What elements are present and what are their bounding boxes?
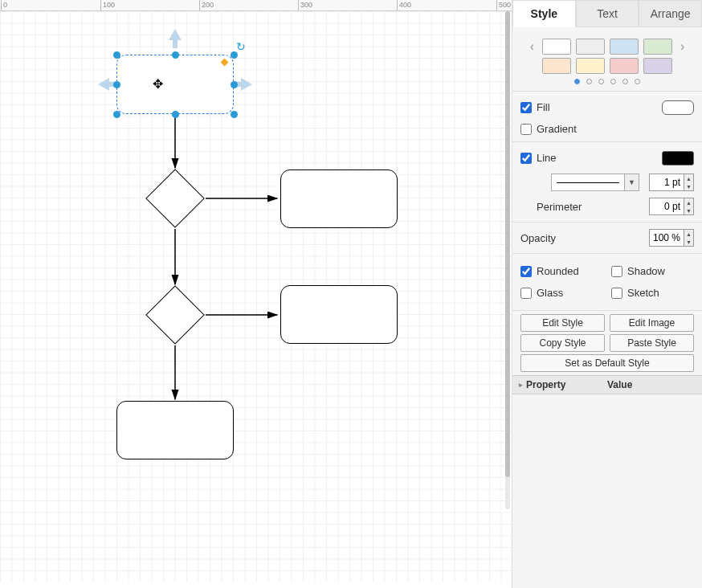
opacity-input[interactable]	[649, 229, 684, 247]
vertical-scrollbar[interactable]	[505, 11, 510, 509]
line-style-select[interactable]: ▼	[551, 174, 639, 191]
style-swatch[interactable]	[542, 58, 571, 74]
edit-image-button[interactable]: Edit Image	[610, 314, 694, 332]
sketch-label: Sketch	[627, 287, 659, 299]
process-shape[interactable]	[280, 169, 398, 228]
swatch-page-dots[interactable]	[520, 79, 694, 84]
resize-handle[interactable]	[113, 111, 120, 118]
set-default-style-button[interactable]: Set as Default Style	[520, 354, 694, 372]
process-shape[interactable]	[116, 401, 234, 459]
sidebar-tabs: Style Text Arrange	[512, 0, 702, 27]
decision-shape[interactable]	[145, 169, 205, 228]
perimeter-label: Perimeter	[537, 201, 582, 213]
edit-style-button[interactable]: Edit Style	[520, 314, 605, 332]
gradient-label: Gradient	[537, 123, 577, 135]
resize-handle[interactable]	[113, 51, 120, 59]
line-width-input[interactable]	[649, 174, 684, 191]
tab-style[interactable]: Style	[512, 0, 576, 27]
opacity-label: Opacity	[520, 232, 556, 244]
selected-shape[interactable]: ✥	[116, 55, 234, 114]
glass-label: Glass	[537, 287, 563, 299]
resize-handle[interactable]	[231, 81, 238, 88]
rounded-checkbox[interactable]	[520, 266, 532, 277]
line-width-stepper[interactable]: ▲▼	[684, 174, 694, 191]
move-cursor-icon: ✥	[153, 76, 163, 92]
line-checkbox[interactable]	[520, 153, 532, 164]
style-swatch[interactable]	[576, 39, 605, 55]
glass-checkbox[interactable]	[520, 288, 532, 299]
line-label: Line	[537, 152, 557, 164]
style-swatch[interactable]	[610, 39, 639, 55]
resize-handle[interactable]	[172, 111, 179, 118]
rotate-handle-icon[interactable]: ↻	[236, 40, 246, 53]
swatch-next-icon[interactable]: ›	[677, 39, 688, 54]
canvas[interactable]: ✥ ↻	[0, 11, 512, 582]
tab-arrange[interactable]: Arrange	[639, 0, 702, 27]
resize-handle[interactable]	[113, 81, 120, 88]
process-shape[interactable]	[280, 285, 398, 344]
style-swatch[interactable]	[643, 58, 672, 74]
style-swatch[interactable]	[610, 58, 639, 74]
style-swatch[interactable]	[576, 58, 605, 74]
gradient-checkbox[interactable]	[520, 124, 532, 135]
format-sidebar: Style Text Arrange ‹ ›	[512, 0, 702, 588]
resize-handle[interactable]	[231, 111, 238, 118]
opacity-stepper[interactable]: ▲▼	[684, 229, 694, 247]
decision-shape[interactable]	[145, 285, 205, 345]
fill-checkbox[interactable]	[520, 102, 532, 113]
canvas-area[interactable]: 0 100 200 300 400 500	[0, 0, 512, 588]
line-color-well[interactable]	[662, 151, 694, 165]
shadow-label: Shadow	[627, 265, 665, 277]
tab-text[interactable]: Text	[576, 0, 639, 27]
style-swatch[interactable]	[542, 39, 571, 55]
copy-style-button[interactable]: Copy Style	[520, 334, 605, 352]
shadow-checkbox[interactable]	[611, 266, 622, 277]
scrollbar-thumb[interactable]	[505, 11, 510, 477]
perimeter-stepper[interactable]: ▲▼	[684, 198, 694, 215]
sketch-checkbox[interactable]	[611, 288, 622, 299]
resize-handle[interactable]	[172, 51, 179, 59]
style-swatch[interactable]	[643, 39, 672, 55]
fill-color-well[interactable]	[662, 100, 694, 115]
disclosure-triangle-icon[interactable]: ▸	[519, 381, 523, 389]
paste-style-button[interactable]: Paste Style	[610, 334, 694, 352]
property-table-header: ▸Property Value	[512, 375, 702, 394]
fill-label: Fill	[537, 101, 550, 113]
ruler-horizontal: 0 100 200 300 400 500	[0, 0, 512, 11]
swatch-prev-icon[interactable]: ‹	[527, 39, 537, 54]
perimeter-input[interactable]	[649, 198, 684, 215]
rounded-label: Rounded	[537, 265, 579, 277]
chevron-down-icon: ▼	[624, 174, 639, 190]
